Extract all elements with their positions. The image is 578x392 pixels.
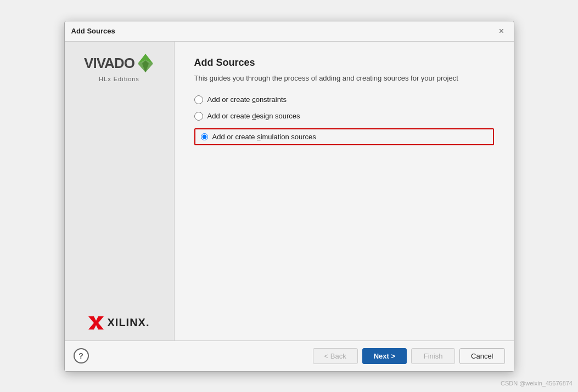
xilinx-x-icon	[88, 316, 104, 329]
xilinx-logo-area: XILINX.	[88, 316, 149, 329]
watermark: CSDN @weixin_45676874	[501, 380, 573, 387]
label-constraints: Add or create constraints	[207, 95, 287, 104]
label-simulation: Add or create simulation sources	[212, 133, 316, 141]
title-bar: Add Sources ×	[65, 21, 514, 42]
dialog-title: Add Sources	[71, 27, 115, 35]
footer-left: ?	[74, 348, 89, 363]
radio-group: Add or create constraints Add or create …	[194, 95, 494, 145]
dialog-body: VIVADO HLx Editions XILINX.	[65, 42, 514, 340]
hlx-editions-label: HLx Editions	[99, 76, 139, 82]
label-design: Add or create design sources	[207, 112, 300, 120]
option-design[interactable]: Add or create design sources	[194, 112, 494, 121]
content-area: Add Sources This guides you through the …	[175, 42, 514, 340]
vivado-text-label: VIVADO	[84, 55, 134, 72]
vivado-leaf-icon	[137, 53, 154, 75]
content-description: This guides you through the process of a…	[194, 74, 494, 82]
next-button[interactable]: Next >	[362, 348, 407, 364]
radio-constraints[interactable]	[194, 95, 203, 104]
radio-design[interactable]	[194, 112, 203, 121]
xilinx-text-label: XILINX.	[107, 316, 149, 329]
content-heading: Add Sources	[194, 57, 494, 69]
vivado-logo: VIVADO	[84, 53, 154, 75]
dialog-footer: ? < Back Next > Finish Cancel	[65, 340, 514, 371]
help-button[interactable]: ?	[74, 348, 89, 363]
radio-simulation[interactable]	[201, 133, 208, 140]
finish-button[interactable]: Finish	[411, 348, 455, 364]
cancel-button[interactable]: Cancel	[459, 348, 504, 364]
option-constraints[interactable]: Add or create constraints	[194, 95, 494, 104]
option-simulation-highlighted: Add or create simulation sources	[194, 128, 494, 145]
add-sources-dialog: Add Sources × VIVADO HLx Editions	[64, 21, 514, 372]
sidebar: VIVADO HLx Editions XILINX.	[65, 42, 175, 340]
vivado-logo-area: VIVADO HLx Editions	[84, 53, 154, 82]
footer-right: < Back Next > Finish Cancel	[313, 348, 505, 364]
back-button[interactable]: < Back	[313, 348, 358, 364]
close-button[interactable]: ×	[496, 26, 507, 37]
svg-marker-3	[88, 316, 104, 329]
